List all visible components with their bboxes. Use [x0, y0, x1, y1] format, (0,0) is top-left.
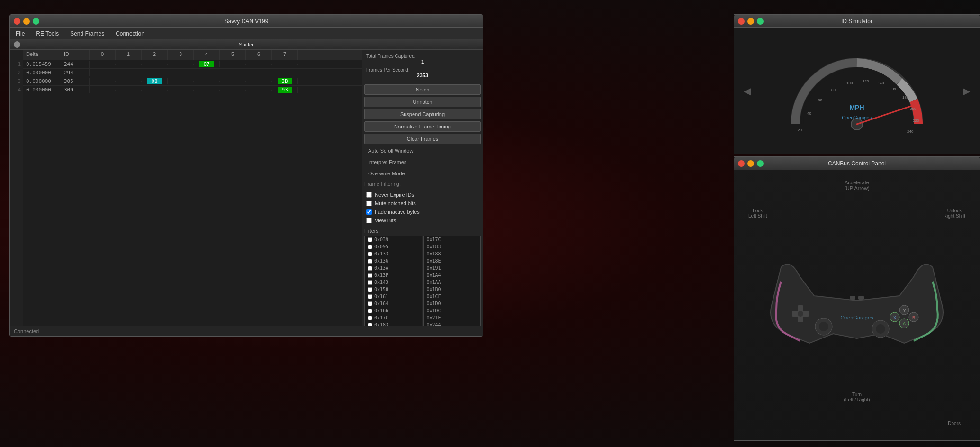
action-buttons: Notch Unnotch Suspend Capturing Normaliz… [362, 82, 483, 190]
filters-area: Filters: 0x039 0x095 0x133 0x136 0x13A 0… [362, 226, 483, 336]
row-num-4: 4 [10, 86, 23, 94]
filter-item[interactable]: 0x13F [365, 272, 422, 279]
cell-c3 [168, 81, 194, 82]
filter-item[interactable]: 0x039 [365, 236, 422, 243]
unlock-label: UnlockRight Shift [944, 208, 965, 219]
right-filter-list[interactable]: 0x17C 0x183 0x188 0x18E 0x191 0x1A4 0x1A… [423, 236, 481, 336]
filter-item[interactable]: 0x17C [424, 236, 481, 243]
col-delta-header: Delta [23, 50, 61, 60]
filter-item[interactable]: 0x1B0 [424, 286, 481, 293]
interpret-frames-button[interactable]: Interpret Frames [364, 157, 481, 167]
never-expire-ids-option[interactable]: Never Expire IDs [364, 191, 481, 199]
filter-item[interactable]: 0x1DC [424, 307, 481, 314]
col-6-header: 6 [246, 50, 272, 60]
status-bar: Connected [10, 326, 483, 336]
cell-c2 [142, 73, 168, 73]
canbus-min[interactable] [747, 160, 754, 167]
cell-delta: 0.000000 [23, 69, 61, 76]
fade-inactive-checkbox[interactable] [366, 209, 372, 215]
filter-item[interactable]: 0x1CF [424, 293, 481, 300]
normalize-button[interactable]: Normalize Frame Timing [364, 121, 481, 132]
close-button[interactable] [14, 18, 20, 25]
filter-item[interactable]: 0x18E [424, 257, 481, 265]
window-controls [14, 18, 39, 25]
clear-button[interactable]: Clear Frames [364, 134, 481, 144]
filter-item[interactable]: 0x143 [365, 279, 422, 286]
cell-c3 [168, 90, 194, 91]
auto-scroll-button[interactable]: Auto Scroll Window [364, 146, 481, 155]
col-3-header: 3 [168, 50, 194, 60]
id-sim-min[interactable] [747, 18, 754, 25]
mute-notched-checkbox[interactable] [366, 201, 372, 206]
filter-item[interactable]: 0x161 [365, 293, 422, 300]
cell-highlight: 07 [199, 61, 213, 67]
id-sim-max[interactable] [757, 18, 764, 25]
cell-c3 [168, 73, 194, 73]
filter-item[interactable]: 0x1AA [424, 279, 481, 286]
left-filter-list[interactable]: 0x039 0x095 0x133 0x136 0x13A 0x13F 0x14… [364, 236, 422, 336]
menu-sendframes[interactable]: Send Frames [68, 29, 106, 38]
filter-item[interactable]: 0x191 [424, 265, 481, 272]
never-expire-ids-checkbox[interactable] [366, 192, 372, 198]
svg-line-1 [857, 105, 914, 124]
stats-panel: Total Frames Captured: 1 Frames Per Seco… [362, 50, 483, 82]
filter-item[interactable]: 0x158 [365, 286, 422, 293]
filter-item[interactable]: 0x188 [424, 250, 481, 257]
unnotch-button[interactable]: Unnotch [364, 97, 481, 107]
filter-item[interactable]: 0x1A4 [424, 272, 481, 279]
cell-c6 [246, 64, 272, 65]
filter-item[interactable]: 0x166 [365, 307, 422, 314]
mute-notched-option[interactable]: Mute notched bits [364, 199, 481, 208]
fps-label: Frames Per Second: [366, 67, 479, 73]
cell-c2: 08 [142, 78, 168, 84]
right-panel: Total Frames Captured: 1 Frames Per Seco… [362, 50, 483, 336]
menu-connection[interactable]: Connection [114, 29, 146, 38]
cell-c0 [90, 64, 116, 65]
filter-item[interactable]: 0x136 [365, 257, 422, 265]
filter-item[interactable]: 0x13A [365, 265, 422, 272]
canbus-max[interactable] [757, 160, 764, 167]
cell-id: 294 [61, 69, 90, 76]
sniffer-close[interactable] [14, 41, 20, 48]
frame-filtering-label: Frame Filtering: [364, 180, 481, 188]
suspend-button[interactable]: Suspend Capturing [364, 109, 481, 119]
savvy-can-window: Savvy CAN V199 File RE Tools Send Frames… [9, 14, 483, 337]
svg-text:80: 80 [831, 88, 836, 92]
filter-item[interactable]: 0x21E [424, 314, 481, 321]
left-arrow-icon: ◀ [744, 85, 751, 97]
cell-delta: 0.000000 [23, 86, 61, 93]
view-bits-checkbox[interactable] [366, 218, 372, 223]
cell-c5 [220, 73, 246, 73]
filter-item[interactable]: 0x17C [365, 314, 422, 321]
row-num-3: 3 [10, 77, 23, 86]
cell-c0 [90, 81, 116, 82]
view-bits-label: View Bits [375, 218, 396, 223]
filter-item[interactable]: 0x1D0 [424, 300, 481, 307]
never-expire-ids-label: Never Expire IDs [375, 192, 414, 198]
fade-inactive-label: Fade inactive bytes [375, 209, 420, 215]
filter-item[interactable]: 0x095 [365, 243, 422, 250]
svg-text:240: 240 [907, 129, 914, 134]
cell-c7 [272, 73, 298, 73]
menu-file[interactable]: File [14, 29, 27, 38]
id-sim-close[interactable] [738, 18, 745, 25]
canbus-close[interactable] [738, 160, 745, 167]
status-text: Connected [14, 328, 39, 334]
menu-bar: File RE Tools Send Frames Connection [10, 28, 483, 39]
table-row: 0.000000 309 93 [23, 86, 362, 94]
filter-item[interactable]: 0x164 [365, 300, 422, 307]
maximize-button[interactable] [33, 18, 39, 25]
filter-item[interactable]: 0x183 [424, 243, 481, 250]
svg-point-30 [819, 322, 828, 331]
overwrite-mode-button[interactable]: Overwrite Mode [364, 169, 481, 178]
sniffer-controls [14, 41, 20, 48]
menu-retools[interactable]: RE Tools [34, 29, 61, 38]
lock-label: LockLeft Shift [748, 208, 767, 219]
fade-inactive-option[interactable]: Fade inactive bytes [364, 208, 481, 216]
view-bits-option[interactable]: View Bits [364, 216, 481, 225]
filter-item[interactable]: 0x133 [365, 250, 422, 257]
minimize-button[interactable] [23, 18, 30, 25]
row-num-2: 2 [10, 69, 23, 77]
notch-button[interactable]: Notch [364, 84, 481, 95]
doors-label: Doors [948, 421, 961, 426]
